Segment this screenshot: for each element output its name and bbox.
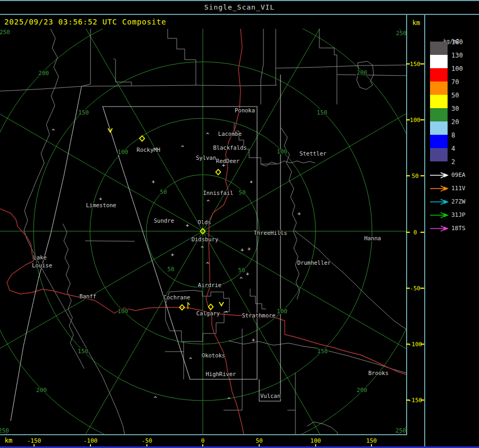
city-label-rockymh: RockyMH [137,146,160,153]
ring-distance-label: 250 [395,427,406,434]
plus-marker: + [241,247,244,253]
arrow-shape [430,173,448,178]
asterisk-marker: * [250,180,253,186]
ring-distance-label: 250 [0,427,9,434]
right-axis-tick [406,119,410,120]
city-label-stettler: Stettler [300,150,327,157]
scale-value-label: 130 [451,52,463,59]
radar-id-label: 31JP [451,211,466,218]
city-label-okotoks: Okotoks [202,352,225,359]
bottom-axis-label-150: 150 [366,437,377,444]
scale-value-label: 4 [451,145,455,152]
city-label-ponoka: Ponoka [235,107,255,113]
right-axis-tick [420,400,424,401]
right-axis-tick [406,232,410,233]
county-boundary [85,241,135,241]
city-label-lacombe: Lacombe [218,131,242,137]
caret-marker: ^ [227,397,230,403]
radar-map-canvas[interactable]: 5050505010010010010015015015015020020020… [0,29,406,434]
ring-distance-label: 200 [36,387,47,394]
plus-marker: + [298,211,301,217]
ring-distance-label: 150 [78,348,88,355]
right-axis-tick [420,344,424,345]
scale-value-label: 70 [451,78,459,86]
radar-id-label: 111V [451,185,466,192]
city-label-lake: Lake [33,254,46,260]
radar-id-label: 09EA [451,172,466,178]
scale-swatch-8 [430,135,448,148]
radar-map[interactable]: 5050505010010010010015015015015020020020… [0,29,406,434]
scale-value-label: 30 [451,105,459,112]
right-axis-tick [420,232,424,233]
right-axis-tick [420,288,424,289]
city-label-olds: Olds [197,219,211,225]
scale-value-label: 2 [451,158,455,166]
right-axis-tick [406,344,410,345]
right-axis-label-50: 50 [411,173,418,180]
arrow-shape [430,199,448,205]
scale-value-label: 160 [451,38,463,46]
radar-id-label: 27ZW [451,198,466,205]
ring-distance-label: 50 [238,189,245,196]
city-label-blackfalds: Blackfalds [213,144,246,151]
radar-legend-row-27ZW: 27ZW [429,198,479,205]
scale-swatch-50 [430,95,448,108]
right-axis-unit: km [412,19,420,27]
city-label-reddeer: RedDeer [216,158,240,164]
ring-distance-label: 150 [317,348,328,355]
city-label-banff: Banff [79,293,96,299]
scale-value-label: 8 [451,132,455,139]
right-axis-tick [420,175,424,176]
ring-distance-label: 100 [118,308,128,315]
scale-value-label: 50 [451,92,459,99]
county-boundary [81,85,277,86]
radar-arrow-icon [429,172,449,179]
city-label-highriver: HighRiver [206,371,236,377]
radar-legend-row-31JP: 31JP [429,211,479,218]
radar-arrow-icon [429,211,449,219]
right-axis-tick [420,119,424,120]
city-label-airdrie: Airdrie [198,282,221,288]
scale-swatch-4 [430,148,448,161]
ring-distance-label: 200 [357,69,367,76]
bottom-axis-label-100: 100 [310,437,321,444]
radar-legend-row-09EA: 09EA [429,171,479,178]
azimuth-line-300deg [0,90,203,231]
city-label-drumheller: Drumheller [297,259,331,266]
bottom-axis-label--100: -100 [84,437,98,444]
county-boundary [0,29,90,91]
right-axis-tick [406,63,410,64]
city-label-cochrane: Cochrane [163,294,191,300]
city-label-sundre: Sundre [154,217,174,224]
ring-distance-label: 100 [277,148,287,155]
right-axis-tick [406,175,410,176]
arrow-shape [430,226,448,231]
county-boundary [113,59,131,86]
caret-marker: ^ [225,311,228,316]
radar-legend-row-18TS: 18TS [429,224,479,232]
plus-marker: + [247,246,251,252]
right-axis-label-0: 0 [414,229,417,236]
plus-marker: + [186,223,189,229]
caret-marker: ^ [201,246,204,251]
caret-marker: ^ [52,128,55,134]
ring-distance-label: 50 [160,189,167,196]
radar-viewer-window: Single_Scan_VIL 2025/09/23 03:56:52 UTC … [0,0,479,448]
ring-distance-label: 150 [317,109,327,116]
caret-marker: ^ [207,199,210,205]
city-label-strathmore: Strathmore [242,312,275,319]
bottom-axis-label-50: 50 [255,437,262,444]
caret-marker: ^ [154,396,157,402]
ring-distance-label: 250 [0,29,10,36]
radar-arrow-icon [429,198,449,206]
right-axis-tick [420,63,424,64]
bottom-axis-unit: km [5,437,12,444]
scale-value-label: 100 [451,65,463,72]
city-label-didsbury: Didsbury [192,236,219,242]
window-title: Single_Scan_VIL [204,3,275,11]
caret-marker: ^ [206,132,209,138]
county-boundary [261,29,263,104]
radar-id-label: 18TS [451,225,466,232]
radar-legend-row-111V: 111V [429,184,479,192]
county-boundary [307,422,337,434]
